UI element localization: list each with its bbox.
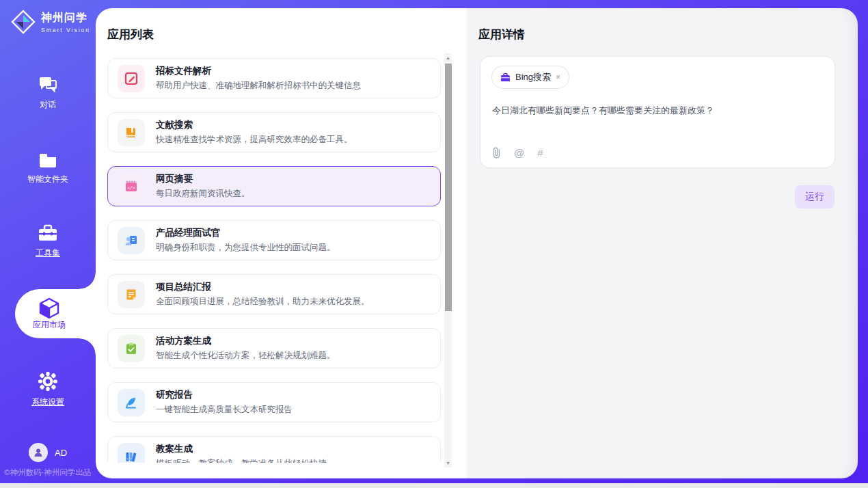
app-card-web-summary[interactable]: </> 网页摘要 每日政府新闻资讯快查。: [107, 166, 441, 206]
run-button[interactable]: 运行: [795, 185, 835, 208]
at-sign-icon[interactable]: @: [514, 147, 524, 159]
app-desc: 帮助用户快速、准确地理解和解析招标书中的关键信息: [156, 80, 361, 92]
person-icon: [33, 447, 44, 458]
chip-close-icon[interactable]: ×: [556, 73, 560, 81]
app-card-bid-document-parse[interactable]: 招标文件解析 帮助用户快速、准确地理解和解析招标书中的关键信息: [107, 58, 441, 98]
app-desc: 明确身份和职责，为您提供专业性的面试问题。: [156, 242, 336, 254]
sidebar-item-label: 应用市场: [33, 319, 66, 331]
prompt-card: Bing搜索 × 今日湖北有哪些新闻要点？有哪些需要关注的最新政策？ @ #: [480, 56, 835, 168]
app-list-title: 应用列表: [107, 27, 154, 42]
sidebar-item-chat[interactable]: 对话: [0, 75, 96, 111]
app-card-pm-interviewer[interactable]: 产品经理面试官 明确身份和职责，为您提供专业性的面试问题。: [107, 220, 441, 260]
user-initials: AD: [55, 448, 67, 458]
svg-text:</>: </>: [127, 185, 135, 190]
sidebar: 神州问学 Smart Vision 对话 智能文件夹: [0, 0, 96, 483]
sidebar-item-settings[interactable]: 系统设置: [0, 371, 96, 408]
sidebar-item-label: 对话: [0, 99, 96, 111]
app-desc: 模板驱动，教案秒成，教学准备从此轻松快捷: [156, 458, 327, 463]
app-name: 文献搜索: [156, 119, 353, 131]
memo-icon: [118, 281, 145, 308]
app-card-research-report[interactable]: 研究报告 一键智能生成高质量长文本研究报告: [107, 382, 441, 422]
hash-icon[interactable]: #: [537, 147, 543, 159]
brand-name: 神州问学: [41, 11, 90, 25]
sidebar-item-label: 智能文件夹: [0, 174, 96, 185]
brand-logo: 神州问学 Smart Vision: [11, 10, 90, 34]
app-name: 教案生成: [156, 443, 327, 455]
app-desc: 快速精准查找学术资源，提高研究效率的必备工具。: [156, 134, 353, 146]
sidebar-item-app-market[interactable]: 应用市场: [15, 289, 96, 338]
app-list-panel: 应用列表 招标文件解析 帮助用户快速、准确地理解和解析招标书中的关键信息: [96, 8, 467, 478]
app-name: 活动方案生成: [156, 335, 336, 347]
folder-icon: [38, 152, 58, 169]
app-desc: 每日政府新闻资讯快查。: [156, 188, 250, 200]
bottom-strip: [0, 483, 868, 488]
sidebar-item-label: 系统设置: [0, 396, 96, 408]
app-name: 项目总结汇报: [156, 281, 370, 293]
app-name: 产品经理面试官: [156, 227, 336, 239]
tool-chip-label: Bing搜索: [515, 71, 551, 83]
interviewer-icon: [118, 227, 145, 254]
scroll-down-icon[interactable]: ▼: [444, 459, 452, 467]
app-card-event-plan[interactable]: 活动方案生成 智能生成个性化活动方案，轻松解决规划难题。: [107, 328, 441, 368]
app-desc: 全面回顾项目进展，总结经验教训，助力未来优化发展。: [156, 296, 370, 308]
paperclip-icon[interactable]: [492, 147, 501, 159]
sidebar-item-label: 工具集: [0, 247, 96, 259]
pen-document-icon: [118, 65, 145, 92]
app-detail-title: 应用详情: [478, 27, 525, 42]
cube-icon: [39, 297, 59, 319]
app-name: 网页摘要: [156, 173, 250, 185]
app-detail-panel: 应用详情 Bing搜索 × 今日湖北有哪些新闻要点？有哪些需要关注的最新政策？ …: [467, 8, 858, 478]
query-text[interactable]: 今日湖北有哪些新闻要点？有哪些需要关注的最新政策？: [492, 105, 820, 117]
list-scrollbar[interactable]: ▲ ▼: [444, 53, 452, 467]
app-name: 招标文件解析: [156, 65, 361, 77]
tool-chip-bing-search[interactable]: Bing搜索 ×: [491, 66, 569, 89]
scroll-up-icon[interactable]: ▲: [444, 53, 452, 62]
app-desc: 一键智能生成高质量长文本研究报告: [156, 404, 293, 416]
user-account[interactable]: AD: [0, 443, 96, 462]
sidebar-item-toolset[interactable]: 工具集: [0, 224, 96, 259]
toolbox-icon: [38, 224, 58, 243]
chat-icon: [38, 75, 58, 94]
diamond-logo-icon: [11, 10, 36, 34]
clipboard-check-icon: [118, 335, 145, 362]
briefcase-icon: [500, 73, 511, 82]
attachment-toolbar: @ #: [492, 147, 543, 159]
browser-code-icon: </>: [118, 173, 145, 200]
quill-icon: [118, 389, 145, 416]
app-name: 研究报告: [156, 389, 293, 401]
app-card-lesson-plan[interactable]: 教案生成 模板驱动，教案秒成，教学准备从此轻松快捷: [107, 436, 441, 463]
books-icon: [118, 443, 145, 463]
app-frame: 神州问学 Smart Vision 对话 智能文件夹: [0, 0, 868, 483]
app-card-project-summary[interactable]: 项目总结汇报 全面回顾项目进展，总结经验教训，助力未来优化发展。: [107, 274, 441, 314]
app-desc: 智能生成个性化活动方案，轻松解决规划难题。: [156, 350, 336, 362]
app-card-literature-search[interactable]: 文献搜索 快速精准查找学术资源，提高研究效率的必备工具。: [107, 112, 441, 152]
avatar: [29, 443, 48, 462]
copyright-footer: ©神州数码·神州问学出品: [4, 467, 91, 478]
scrollbar-thumb[interactable]: [445, 64, 452, 311]
book-icon: [118, 119, 145, 146]
sidebar-item-smart-folders[interactable]: 智能文件夹: [0, 152, 96, 185]
app-list: 招标文件解析 帮助用户快速、准确地理解和解析招标书中的关键信息 文献搜索 快速精…: [107, 58, 443, 463]
brand-subtitle: Smart Vision: [41, 27, 90, 33]
gear-icon: [38, 371, 58, 392]
